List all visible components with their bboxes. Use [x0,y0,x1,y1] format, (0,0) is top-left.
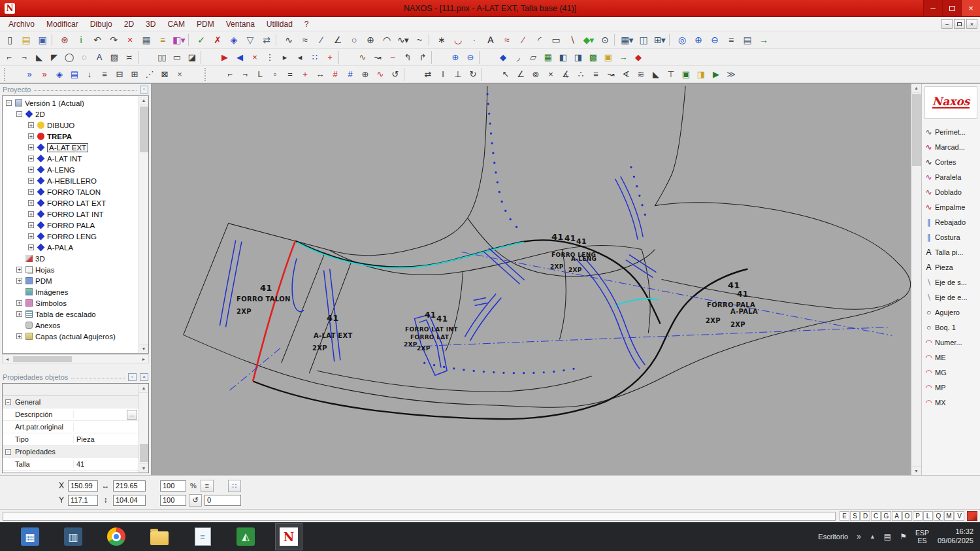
clock[interactable]: 16:32 09/06/2025 [938,527,973,546]
notch-icon[interactable]: ◞ [510,51,525,64]
rotate-button[interactable]: ↺ [189,494,202,507]
tool-cortes[interactable]: ∿ Cortes [922,154,980,169]
target-icon[interactable]: ⊕ [357,68,372,81]
wave-arrow-icon[interactable]: ↝ [603,68,618,81]
scroll-down-icon[interactable]: ▼ [139,344,149,353]
scroll-up-icon[interactable]: ▲ [911,84,921,93]
set-square-icon[interactable]: ◣ [648,68,663,81]
menu-item[interactable]: PDM [191,20,220,29]
fast-blue-icon[interactable]: » [22,68,37,81]
status-letter[interactable]: O [902,511,912,521]
info-icon[interactable]: i [73,33,89,47]
notes-icon[interactable]: ≡ [189,524,216,550]
width-input[interactable] [113,480,146,492]
circle-icon[interactable]: ○ [346,33,362,47]
multiply-icon[interactable]: × [543,68,558,81]
measure-pair-icon[interactable]: ≍ [122,51,137,64]
action-center-flag-icon[interactable]: ⚑ [900,532,907,541]
menu-item[interactable]: Modificar [41,20,84,29]
tree-item-forro-lat-ext[interactable]: + FORRO LAT EXT [3,197,138,209]
tool-agujero[interactable]: ○ Agujero [922,305,980,320]
scroll-right-icon[interactable]: ► [139,355,148,363]
corner2-icon[interactable]: ¬ [16,51,31,64]
expand-toggle[interactable]: + [28,122,34,128]
expand-toggle[interactable]: + [16,278,22,284]
status-letter[interactable]: P [913,511,923,521]
tilde-red-icon[interactable]: ~ [385,51,400,64]
stairs-icon[interactable]: ≋ [633,68,648,81]
chamfer-icon[interactable]: ◤ [46,51,61,64]
tool-doblado[interactable]: ∿ Doblado [922,184,980,199]
spline-icon[interactable]: ≈ [297,33,313,47]
expand-toggle[interactable]: + [16,267,22,273]
fillet-icon[interactable]: ◣ [31,51,46,64]
new-icon[interactable]: ▯ [1,33,18,47]
print-page-icon[interactable]: ▤ [739,33,755,47]
menu-item[interactable]: Dibujo [84,20,118,29]
merge-icon[interactable]: ⊞ [127,68,142,81]
pointer-blue-icon[interactable]: ◀ [232,51,247,64]
canvas-vertical-scrollbar[interactable]: ▲ ▼ [911,84,921,475]
table-green-icon[interactable]: ▦ [540,51,555,64]
circle-rotate-icon[interactable]: ⊚ [528,68,543,81]
diag-dots-icon[interactable]: ⋰ [142,68,157,81]
zoom-in-icon[interactable]: ⊕ [690,33,706,47]
expand-toggle[interactable]: + [16,311,22,317]
scroll-down-icon[interactable]: ▼ [139,463,149,473]
y-input[interactable] [68,495,98,506]
diamond-x-icon[interactable]: ◈ [52,68,67,81]
tool-eje-escalado[interactable]: ∖ Eje de e... [922,290,980,305]
tree-item-pdm[interactable]: + PDM [3,275,138,286]
duplicate-icon[interactable]: ◪ [184,51,199,64]
dots3-icon[interactable]: ∴ [573,68,588,81]
window-view-icon[interactable]: ⊞▾ [651,33,668,47]
ruler-h-icon[interactable]: = [282,68,297,81]
expand-toggle[interactable]: + [28,211,34,217]
win-green-icon[interactable]: ▣ [678,68,693,81]
slot-icon[interactable]: ▱ [525,51,540,64]
tool-boquilla[interactable]: ○ Boq. 1 [922,320,980,335]
prop-header-row[interactable] [3,384,139,396]
node-edit-icon[interactable]: ∗ [433,33,449,47]
down-arrow-icon[interactable]: ↓ [82,68,97,81]
tree-item-forro-leng[interactable]: + FORRO LENG [3,231,138,242]
pencil-icon[interactable]: ∖ [564,33,580,47]
perp-icon[interactable]: ⊥ [450,68,465,81]
print-icon[interactable]: ▦ [138,33,154,47]
menu-item[interactable]: CAM [161,20,191,29]
marker-red-icon[interactable]: ◆ [630,51,645,64]
properties-panel-pin-button[interactable]: ▫ [128,373,137,381]
show-hidden-icons[interactable]: ▲ [870,533,875,540]
pointer-red-icon[interactable]: ▶ [217,51,232,64]
panel-splitter[interactable] [0,365,151,371]
restore-button[interactable] [942,0,961,16]
prop-tipo[interactable]: Tipo Pieza [3,433,139,446]
arrow-corner-left-icon[interactable]: ↰ [400,51,415,64]
scrollbar-thumb[interactable] [13,356,72,362]
tree-item-a-lat-ext[interactable]: + A-LAT EXT [3,142,138,153]
expand-toggle[interactable]: + [16,300,22,306]
menu-item[interactable]: Ventana [220,20,261,29]
arc-icon[interactable]: ◠ [378,33,395,47]
prop-descripcion[interactable]: Descripción ... [3,409,139,421]
delete-doc-icon[interactable]: × [122,33,138,47]
status-letter[interactable]: C [871,511,881,521]
tree-item-imagenes[interactable]: Imágenes [3,286,138,297]
tree-item-version[interactable]: − Versión 1 (Actual) [3,97,138,109]
curve-icon[interactable]: ∿ [280,33,297,47]
blue-point-icon[interactable]: ∙ [466,33,482,47]
section-toggle[interactable]: − [5,449,11,455]
tbar-icon[interactable]: ⊤ [663,68,678,81]
confirm-icon[interactable]: ✓ [193,33,209,47]
tool-mx[interactable]: ◠ MX [922,395,980,410]
tree-item-dibujo[interactable]: + DIBUJO [3,120,138,131]
snap-grid-button[interactable]: ∷ [228,480,241,492]
go-arrow-icon[interactable]: → [615,51,630,64]
expand-toggle[interactable]: − [16,111,22,117]
scroll-up-icon[interactable]: ▲ [139,384,149,393]
tool-yellow-icon[interactable]: ◨ [693,68,708,81]
scroll-down-icon[interactable]: ▼ [911,466,921,475]
panel-view-icon[interactable]: ◫ [635,33,651,47]
layers-icon[interactable]: ≡ [154,33,171,47]
export-icon[interactable]: → [755,33,772,47]
